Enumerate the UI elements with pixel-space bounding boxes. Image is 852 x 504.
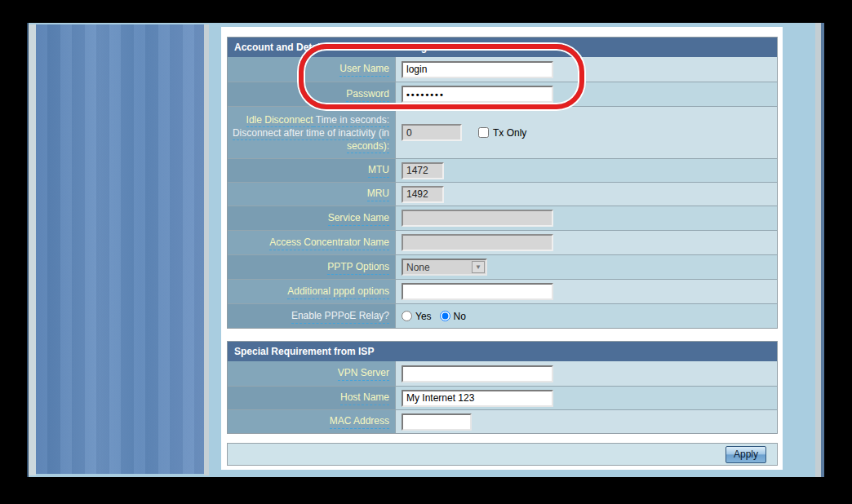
pppd-options-input[interactable] (402, 283, 553, 300)
row-pppoe-relay: Enable PPPoE Relay? Yes No (228, 303, 777, 328)
mac-address-label[interactable]: MAC Address (330, 414, 389, 429)
row-host-name: Host Name (228, 386, 777, 409)
isp-section-title: Special Requirement from ISP (234, 346, 374, 357)
idle-disconnect-label-line3[interactable]: seconds): (347, 140, 389, 153)
action-bar: Apply (227, 443, 778, 466)
access-concentrator-label[interactable]: Access Concentrator Name (269, 236, 389, 250)
account-section-title: Account and Detailed Connection Setting (234, 42, 427, 53)
tx-only-label: Tx Only (493, 127, 526, 139)
vpn-server-input[interactable] (402, 365, 553, 382)
isp-requirements-table: Special Requirement from ISP VPN Server … (227, 341, 778, 434)
window-right-edge (821, 23, 824, 477)
sidebar-texture (36, 24, 204, 474)
row-idle-disconnect: Idle Disconnect Time in seconds: Disconn… (228, 106, 777, 158)
row-access-concentrator: Access Concentrator Name (228, 230, 777, 254)
row-pptp-options: PPTP Options None ▼ (228, 254, 777, 279)
mac-address-input[interactable] (402, 413, 472, 431)
mru-label[interactable]: MRU (367, 187, 389, 201)
pppoe-relay-label[interactable]: Enable PPPoE Relay? (291, 309, 389, 324)
password-input[interactable] (402, 86, 553, 103)
password-label[interactable]: Password (346, 87, 389, 102)
service-name-input[interactable] (402, 210, 553, 227)
pptp-options-selected-value: None (403, 262, 472, 273)
window-right-strip (815, 23, 821, 477)
idle-disconnect-label-part1[interactable]: Idle Disconnect (246, 114, 313, 127)
service-name-label[interactable]: Service Name (328, 211, 389, 226)
mtu-label[interactable]: MTU (368, 163, 389, 178)
isp-section-header: Special Requirement from ISP (228, 342, 777, 361)
host-name-label[interactable]: Host Name (340, 391, 389, 405)
apply-button[interactable]: Apply (726, 446, 766, 463)
sidebar-divider-strip (204, 24, 209, 475)
user-name-input[interactable] (402, 61, 553, 78)
host-name-input[interactable] (402, 390, 553, 407)
row-mtu: MTU (228, 158, 777, 182)
idle-disconnect-label-line2[interactable]: Disconnect after time of inactivity (in (233, 127, 389, 140)
user-name-label[interactable]: User Name (339, 62, 389, 77)
idle-disconnect-input[interactable] (402, 124, 462, 141)
pppoe-relay-yes-label: Yes (415, 311, 432, 322)
tx-only-checkbox[interactable] (478, 127, 489, 138)
vpn-server-label[interactable]: VPN Server (338, 366, 389, 381)
window-left-strip (29, 24, 36, 475)
content-panel: Account and Detailed Connection Setting … (221, 27, 783, 470)
row-user-name: User Name (228, 57, 777, 82)
row-vpn-server: VPN Server (228, 361, 777, 386)
row-mac-address: MAC Address (228, 409, 777, 433)
pptp-options-select[interactable]: None ▼ (402, 259, 487, 276)
row-mru: MRU (228, 182, 777, 206)
row-password: Password (228, 82, 777, 106)
mru-input[interactable] (402, 186, 444, 203)
pppoe-relay-no-label: No (454, 311, 466, 322)
mtu-input[interactable] (402, 162, 444, 179)
row-pppd-options: Additional pppd options (228, 279, 777, 303)
dropdown-arrow-icon[interactable]: ▼ (472, 261, 485, 273)
row-service-name: Service Name (228, 206, 777, 230)
pptp-options-label[interactable]: PPTP Options (327, 260, 389, 275)
pppoe-relay-no-radio[interactable] (440, 311, 450, 321)
pppd-options-label[interactable]: Additional pppd options (287, 285, 389, 299)
account-section-header: Account and Detailed Connection Setting (228, 38, 777, 57)
navigation-sidebar (36, 24, 204, 474)
account-settings-table: Account and Detailed Connection Setting … (227, 37, 778, 329)
router-config-window: Account and Detailed Connection Setting … (27, 23, 824, 477)
access-concentrator-input[interactable] (402, 234, 553, 251)
pppoe-relay-yes-radio[interactable] (402, 311, 412, 321)
idle-disconnect-label-part2[interactable]: Time in seconds: (313, 114, 389, 127)
